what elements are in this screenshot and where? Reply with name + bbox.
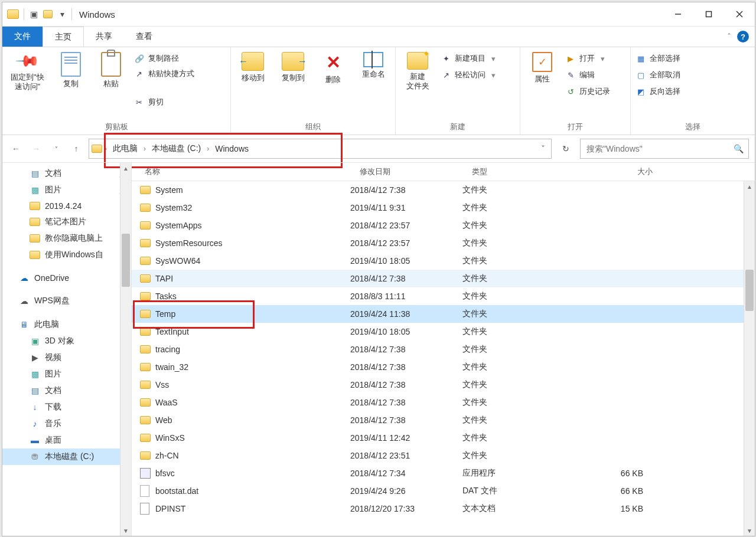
col-name[interactable]: 名称 — [140, 166, 355, 177]
nav-this-pc[interactable]: 🖥此电脑 — [2, 316, 131, 333]
file-row[interactable]: DPINST2018/12/20 17:33文本文档15 KB — [132, 500, 755, 518]
nav-downloads[interactable]: ↓下载 — [2, 399, 131, 415]
copy-to-button[interactable]: 复制到 — [276, 50, 310, 85]
nav-music[interactable]: ♪音乐 — [2, 415, 131, 432]
tab-home[interactable]: 主页 — [43, 27, 84, 47]
paste-button[interactable]: 粘贴 — [94, 50, 128, 91]
col-size[interactable]: 大小 — [577, 166, 657, 177]
nav-onedrive[interactable]: ☁OneDrive — [2, 270, 131, 286]
recent-dropdown[interactable]: ˅ — [48, 141, 64, 156]
nav-3d-objects[interactable]: ▣3D 对象 — [2, 333, 131, 349]
search-icon[interactable]: 🔍 — [734, 144, 744, 153]
file-row[interactable]: twain_322018/4/12 7:38文件夹 — [132, 358, 755, 376]
file-row[interactable]: SystemApps2018/4/12 23:57文件夹 — [132, 217, 755, 234]
nav-notebook-pics[interactable]: 笔记本图片 — [2, 214, 131, 230]
file-name: System — [155, 185, 346, 195]
qat-newfolder-icon[interactable] — [43, 9, 53, 19]
copy-path-button[interactable]: 🔗复制路径 — [134, 52, 194, 65]
close-button[interactable] — [724, 2, 755, 26]
tab-share[interactable]: 共享 — [84, 27, 124, 47]
nav-teach-hide[interactable]: 教你隐藏电脑上 — [2, 230, 131, 247]
invert-selection-button[interactable]: ◩反向选择 — [636, 85, 680, 98]
file-row[interactable]: TextInput2019/4/10 18:05文件夹 — [132, 323, 755, 340]
history-button[interactable]: ↺历史记录 — [565, 85, 610, 98]
ribbon-collapse-icon[interactable]: ˄ — [727, 32, 731, 41]
file-row[interactable]: bootstat.dat2019/4/24 9:26DAT 文件66 KB — [132, 482, 755, 500]
tab-file[interactable]: 文件 — [2, 27, 43, 47]
scroll-thumb[interactable] — [122, 234, 130, 287]
scroll-up-icon[interactable]: ▲ — [120, 163, 131, 173]
crumb-sep: › — [144, 145, 146, 153]
file-row[interactable]: Temp2019/4/24 11:38文件夹 — [132, 305, 755, 323]
pin-quick-access-button[interactable]: 📌 固定到"快 速访问" — [7, 50, 48, 94]
refresh-button[interactable]: ↻ — [556, 139, 575, 158]
file-row[interactable]: Vss2018/4/12 7:38文件夹 — [132, 376, 755, 394]
tab-view[interactable]: 查看 — [124, 27, 164, 47]
col-date[interactable]: 修改日期 — [355, 166, 467, 177]
file-row[interactable]: WinSxS2019/4/11 12:42文件夹 — [132, 429, 755, 447]
new-item-button[interactable]: ✦新建项目▾ — [441, 52, 496, 65]
list-scrollbar[interactable]: ▲ ▼ — [744, 181, 755, 536]
properties-button[interactable]: ✓ 属性 — [525, 50, 559, 86]
nav-pictures2[interactable]: ▩图片 — [2, 366, 131, 382]
nav-wps[interactable]: ☁WPS网盘 — [2, 293, 131, 309]
scroll-down-icon[interactable]: ▼ — [120, 525, 131, 536]
file-row[interactable]: WaaS2018/4/12 7:38文件夹 — [132, 394, 755, 411]
file-row[interactable]: tracing2018/4/12 7:38文件夹 — [132, 340, 755, 358]
nav-use-windows[interactable]: 使用Windows自 — [2, 247, 131, 263]
file-name: TAPI — [155, 274, 346, 283]
scroll-down-icon[interactable]: ▼ — [744, 525, 755, 536]
file-row[interactable]: System322019/4/11 9:31文件夹 — [132, 199, 755, 217]
forward-button[interactable]: → — [28, 141, 44, 156]
downloads-icon: ↓ — [30, 402, 40, 412]
nav-scrollbar[interactable]: ▲ ▼ — [120, 163, 131, 536]
crumb-folder[interactable]: Windows — [211, 144, 252, 153]
file-row[interactable]: bfsvc2018/4/12 7:34应用程序66 KB — [132, 464, 755, 482]
search-input[interactable] — [585, 143, 734, 154]
col-type[interactable]: 类型 — [467, 166, 577, 177]
maximize-button[interactable] — [693, 2, 724, 26]
open-button[interactable]: ▶打开▾ — [565, 52, 610, 65]
file-row[interactable]: SysWOW642019/4/10 18:05文件夹 — [132, 252, 755, 270]
rename-button[interactable]: 重命名 — [356, 50, 390, 81]
scroll-up-icon[interactable]: ▲ — [744, 181, 755, 192]
nav-pictures[interactable]: ▩图片📌 — [2, 182, 131, 198]
copy-button[interactable]: 复制 — [54, 50, 88, 91]
help-icon[interactable]: ? — [737, 31, 749, 42]
qat-properties-icon[interactable]: ▣ — [29, 9, 38, 19]
select-none-button[interactable]: ▢全部取消 — [636, 68, 680, 81]
nav-date-folder[interactable]: 2019.4.24 — [2, 198, 131, 214]
crumb-drive[interactable]: 本地磁盘 (C:) — [148, 143, 204, 154]
file-row[interactable]: zh-CN2018/4/12 23:51文件夹 — [132, 447, 755, 464]
nav-desktop[interactable]: ▬桌面 — [2, 432, 131, 448]
nav-pane[interactable]: ▤文档📌 ▩图片📌 2019.4.24 笔记本图片 教你隐藏电脑上 使用Wind… — [2, 163, 132, 536]
nav-documents[interactable]: ▤文档📌 — [2, 165, 131, 182]
file-row[interactable]: SystemResources2018/4/12 23:57文件夹 — [132, 234, 755, 252]
nav-videos[interactable]: ▶视频 — [2, 349, 131, 366]
select-all-button[interactable]: ▦全部选择 — [636, 52, 680, 65]
file-row[interactable]: Web2018/4/12 7:38文件夹 — [132, 411, 755, 429]
delete-button[interactable]: ✕ 删除 — [316, 50, 350, 87]
up-button[interactable]: ↑ — [69, 141, 84, 156]
paste-shortcut-button[interactable]: ↗粘贴快捷方式 — [134, 67, 194, 80]
nav-local-disk-c[interactable]: ⛃本地磁盘 (C:) — [2, 448, 131, 465]
edit-button[interactable]: ✎编辑 — [565, 68, 610, 81]
search-box[interactable]: 🔍 — [580, 139, 749, 159]
address-dropdown-icon[interactable]: ˅ — [537, 144, 549, 153]
file-row[interactable]: System2018/4/12 7:38文件夹 — [132, 181, 755, 199]
cut-button[interactable]: ✂剪切 — [134, 96, 194, 109]
address-bar[interactable]: › 此电脑 › 本地磁盘 (C:) › Windows ˅ — [89, 139, 552, 159]
move-to-button[interactable]: 移动到 — [236, 50, 270, 85]
minimize-button[interactable] — [663, 2, 693, 26]
file-row[interactable]: TAPI2018/4/12 7:38文件夹 — [132, 270, 755, 287]
new-folder-button[interactable]: 新建 文件夹 — [400, 50, 435, 93]
edit-icon: ✎ — [565, 71, 576, 80]
folder-icon — [140, 381, 151, 389]
file-row[interactable]: Tasks2018/8/3 11:11文件夹 — [132, 287, 755, 305]
scroll-thumb[interactable] — [745, 270, 754, 311]
qat-dropdown-icon[interactable]: ▾ — [57, 9, 67, 19]
crumb-pc[interactable]: 此电脑 — [109, 143, 141, 154]
back-button[interactable]: ← — [8, 141, 24, 156]
easy-access-button[interactable]: ↗轻松访问▾ — [441, 68, 496, 81]
nav-documents2[interactable]: ▤文档 — [2, 382, 131, 399]
